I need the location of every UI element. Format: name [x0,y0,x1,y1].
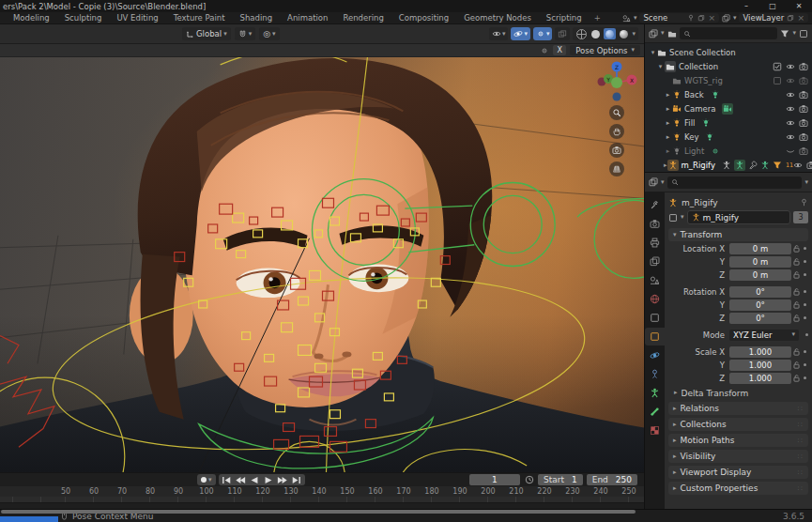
close-button[interactable]: ✕ [786,0,812,12]
workspace-tab[interactable]: Geometry Nodes [456,12,539,23]
users-count-badge[interactable]: 3 [793,211,808,223]
lock-icon[interactable] [791,287,802,296]
collection-filter-icon[interactable] [667,29,677,38]
animate-dot[interactable] [802,350,808,353]
render-camera-toggle[interactable] [799,118,808,128]
workspace-tab[interactable]: Texture Paint [166,12,233,23]
render-camera-toggle[interactable] [799,132,808,142]
current-frame-field[interactable]: 1 [469,474,520,485]
tab-output[interactable] [645,234,665,252]
lock-icon[interactable] [791,300,802,309]
value-field[interactable]: 1.000 [729,360,791,371]
hide-eye-toggle[interactable] [786,118,795,128]
animate-dot[interactable] [802,363,808,366]
render-camera-toggle[interactable] [806,161,812,170]
mirror-x-toggle[interactable]: X [553,45,566,55]
collapsed-panel-header[interactable]: ▸ Viewport Display :: [668,466,808,479]
panel-grip[interactable]: :: [797,437,804,444]
shading-rendered-button[interactable] [618,28,630,39]
lock-icon[interactable] [791,257,802,266]
pin-icon[interactable] [687,14,695,22]
collapsed-panel-header[interactable]: ▸ Collections :: [668,418,808,431]
animate-dot[interactable] [802,316,808,319]
workspace-tab[interactable]: Shading [233,12,281,23]
auto-keying-button[interactable]: ▾ [197,474,216,485]
xray-toggle[interactable] [555,27,570,40]
value-field[interactable]: 1.000 [729,346,791,358]
lock-icon[interactable] [791,361,802,369]
hide-eye-toggle[interactable] [786,104,795,114]
hide-eye-toggle[interactable] [786,62,795,71]
outliner-row-back[interactable]: ▸ Back [645,87,812,101]
panel-grip[interactable]: :: [797,421,804,428]
value-field[interactable]: 1.000 [729,373,791,384]
workspace-tab[interactable]: Sculpting [57,12,110,23]
animate-dot[interactable] [802,273,808,276]
tab-physics[interactable] [645,346,665,364]
previous-keyframe-button[interactable] [234,474,248,485]
workspace-tab[interactable]: Modeling [6,12,57,23]
scene-browse-chevron[interactable]: ▾ [634,15,637,22]
animate-dot[interactable] [802,290,808,293]
rotation-mode-dropdown[interactable]: XYZ Euler ▾ [729,330,799,341]
outliner-row-scene-collection[interactable]: ▾ Scene Collection [645,45,812,59]
pin-icon[interactable] [800,198,808,207]
outliner-row-camera[interactable]: ▸ Camera [645,101,812,115]
maximize-button[interactable]: □ [759,0,786,12]
value-field[interactable]: 0 m [729,256,791,268]
panel-grip[interactable]: :: [797,484,804,492]
object-visibility-dropdown[interactable]: ▾ [489,27,509,40]
lock-icon[interactable] [791,244,802,253]
outliner-row-wgts-rig[interactable]: WGTS_rig [645,73,812,87]
orientation-gizmo[interactable]: Y Z X [596,58,637,101]
collapsed-panel-header[interactable]: ▸ Motion Paths :: [668,434,808,447]
tab-render[interactable] [645,215,665,233]
timeline-ruler[interactable]: 5060708090100110120130140150160170180190… [0,486,644,497]
filter-chevron[interactable]: ▾ [792,30,796,37]
properties-options-chevron[interactable]: ▾ [804,179,808,186]
outliner-search-input[interactable] [680,27,778,39]
copy-icon[interactable] [787,14,794,22]
workspace-tab[interactable]: Compositing [391,12,456,23]
value-field[interactable]: 0° [729,313,791,324]
shading-wireframe-button[interactable] [575,28,588,39]
filter-funnel-icon[interactable] [780,29,789,38]
object-name-field[interactable]: m_Rigify [687,210,790,224]
value-field[interactable]: 0° [729,299,791,311]
copy-icon[interactable] [697,14,705,22]
frame-start-field[interactable]: Start 1 [538,474,583,485]
workspace-tab[interactable]: Rendering [335,12,391,23]
tab-tool[interactable] [645,196,665,214]
lock-icon[interactable] [791,270,802,279]
panel-grip[interactable]: :: [797,405,804,412]
value-field[interactable]: 0° [729,286,791,298]
pose-options-dropdown[interactable]: Pose Options ▾ [570,45,640,55]
tab-view-layer[interactable] [645,253,665,270]
gizmos-dropdown[interactable]: ▾ [511,27,530,40]
render-camera-toggle[interactable] [799,62,808,71]
hide-eye-toggle-closed[interactable] [786,146,795,156]
3d-viewport[interactable]: Y Z X [0,57,644,472]
outliner-row-fill[interactable]: ▸ Fill [645,115,812,130]
next-keyframe-button[interactable] [276,474,290,485]
animate-dot[interactable] [802,247,808,250]
delta-transform-subpanel[interactable]: ▸ Delta Transform [668,387,808,399]
outliner-row-light[interactable]: ▸ Light [645,144,812,158]
animate-dot[interactable] [804,333,808,336]
value-field[interactable]: 0 m [729,243,791,254]
shading-solid-button[interactable] [590,28,602,39]
timeline-scrollbar-thumb[interactable] [1,510,636,514]
camera-view-button[interactable] [609,143,624,158]
perspective-toggle-button[interactable] [609,161,624,177]
animate-dot[interactable] [802,260,808,263]
display-mode-icon[interactable] [649,29,658,38]
timeline-channels[interactable] [0,502,644,509]
tab-world[interactable] [645,290,665,308]
hide-eye-toggle[interactable] [793,161,803,170]
viewlayer-selector[interactable]: ViewLayer × [739,13,808,23]
collapsed-panel-header[interactable]: ▸ Custom Properties :: [668,482,808,495]
play-button[interactable] [262,474,276,485]
tab-texture[interactable] [645,422,665,439]
hide-eye-toggle[interactable] [786,132,795,142]
zoom-view-button[interactable] [609,105,624,120]
